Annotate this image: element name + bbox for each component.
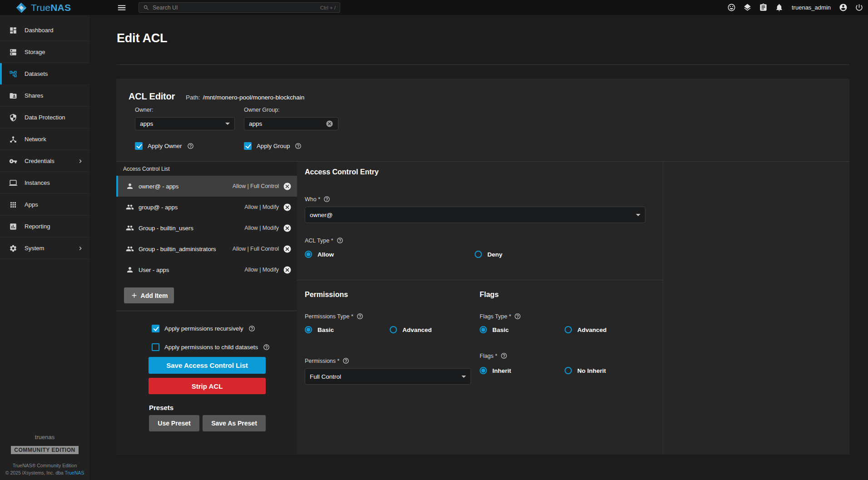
dashboard-icon: [9, 26, 17, 35]
flags-type-basic-radio[interactable]: Basic: [480, 326, 565, 333]
save-as-preset-button[interactable]: Save As Preset: [203, 415, 266, 431]
owner-group-field-group: Owner Group: apps Apply Group: [244, 107, 338, 150]
radio-unselected-icon: [390, 326, 397, 333]
acl-entry-row[interactable]: Group - builtin_users Allow | Modify: [116, 218, 297, 238]
acl-entry-row[interactable]: owner@ - apps Allow | Full Control: [116, 176, 297, 197]
acl-type-deny-radio[interactable]: Deny: [475, 251, 645, 258]
permissions-heading: Permissions: [305, 291, 348, 299]
who-select[interactable]: owner@: [305, 207, 645, 223]
search-input[interactable]: Search UI Ctrl + /: [139, 2, 340, 13]
help-icon[interactable]: [357, 313, 363, 320]
help-icon[interactable]: [248, 325, 255, 332]
permissions-select[interactable]: Full Control: [305, 368, 471, 385]
acl-entry-row[interactable]: User - apps Allow | Modify: [116, 259, 297, 280]
truenas-link[interactable]: TrueNAS: [64, 470, 84, 475]
person-icon: [126, 182, 134, 190]
feedback-button[interactable]: [727, 3, 736, 12]
sidebar-item-system[interactable]: System: [0, 238, 89, 259]
menu-toggle-button[interactable]: [117, 3, 127, 13]
flags-inherit-radio[interactable]: Inherit: [480, 367, 565, 374]
network-icon: [9, 135, 17, 144]
user-avatar-icon: [839, 3, 848, 12]
apply-to-children-checkbox[interactable]: Apply permissions to child datasets: [152, 343, 270, 351]
remove-entry-icon[interactable]: [283, 266, 292, 274]
permissions-type-advanced-radio[interactable]: Advanced: [390, 326, 475, 333]
chevron-down-icon: [461, 376, 466, 378]
flags-label: Flags *: [480, 352, 507, 359]
alerts-button[interactable]: [775, 3, 784, 12]
chevron-right-icon: [77, 245, 84, 252]
hostname: truenas: [35, 434, 55, 440]
apply-recursively-checkbox[interactable]: Apply permissions recursively: [152, 325, 255, 332]
save-acl-button[interactable]: Save Access Control List: [149, 357, 266, 374]
title-divider: [117, 64, 849, 65]
help-icon[interactable]: [323, 196, 330, 203]
remove-entry-icon[interactable]: [283, 182, 292, 191]
acl-type-allow-radio[interactable]: Allow: [305, 251, 475, 258]
sidebar-item-shares[interactable]: Shares: [0, 85, 89, 107]
sidebar-item-dashboard[interactable]: Dashboard: [0, 20, 89, 41]
strip-acl-button[interactable]: Strip ACL: [149, 378, 266, 394]
permissions-type-basic-radio[interactable]: Basic: [305, 326, 390, 333]
username[interactable]: truenas_admin: [792, 4, 831, 11]
help-icon[interactable]: [514, 313, 521, 320]
owner-select[interactable]: apps: [135, 117, 235, 130]
jobs-button[interactable]: [759, 3, 768, 12]
help-icon[interactable]: [263, 344, 270, 351]
sidebar-item-data-protection[interactable]: Data Protection: [0, 107, 89, 129]
sidebar-item-credentials[interactable]: Credentials: [0, 150, 89, 172]
truenas-logo[interactable]: TrueNAS: [0, 2, 89, 14]
account-button[interactable]: [839, 3, 848, 12]
acl-entries: owner@ - apps Allow | Full Control group…: [116, 176, 297, 280]
chevron-down-icon: [225, 123, 230, 125]
remove-entry-icon[interactable]: [283, 245, 292, 253]
sidebar-item-reporting[interactable]: Reporting: [0, 216, 89, 238]
acl-entry-row[interactable]: Group - builtin_administrators Allow | F…: [116, 238, 297, 259]
help-icon[interactable]: [337, 237, 343, 244]
flags-no-inherit-radio[interactable]: No Inherit: [565, 367, 650, 374]
radio-selected-icon: [480, 367, 487, 374]
acl-editor-header: ACL Editor Path:/mnt/monero-pool/monero-…: [116, 79, 849, 162]
panel-divider: [116, 311, 297, 311]
acl-entry-row[interactable]: group@ - apps Allow | Modify: [116, 197, 297, 218]
truecommand-button[interactable]: [743, 3, 752, 12]
datasets-icon: [9, 70, 17, 78]
radio-selected-icon: [480, 326, 487, 333]
remove-entry-icon[interactable]: [283, 203, 292, 212]
flags-type-label: Flags Type *: [480, 313, 521, 320]
apply-group-checkbox[interactable]: Apply Group: [244, 142, 338, 150]
help-icon[interactable]: [342, 357, 349, 364]
brand-text: TrueNAS: [31, 2, 71, 13]
sidebar-item-apps[interactable]: Apps: [0, 194, 89, 216]
apply-owner-checkbox[interactable]: Apply Owner: [135, 142, 235, 150]
who-label: Who *: [305, 196, 330, 203]
dataset-path: Path:/mnt/monero-pool/monero-blockchain: [186, 94, 304, 101]
clear-input-icon[interactable]: [326, 120, 333, 128]
checkbox-checked-icon: [135, 142, 143, 150]
flags-heading: Flags: [480, 291, 499, 299]
add-item-button[interactable]: Add Item: [124, 287, 174, 303]
help-icon[interactable]: [295, 143, 302, 149]
checkbox-checked-icon: [152, 325, 159, 332]
sidebar-item-storage[interactable]: Storage: [0, 41, 89, 63]
clipboard-icon: [759, 3, 768, 12]
truenas-gem-icon: [15, 2, 27, 14]
flags-type-advanced-radio[interactable]: Advanced: [565, 326, 650, 333]
sidebar-item-network[interactable]: Network: [0, 129, 89, 150]
edition-badge: COMMUNITY EDITION: [11, 446, 78, 454]
power-icon: [855, 3, 863, 12]
remove-entry-icon[interactable]: [283, 224, 292, 233]
storage-icon: [9, 48, 17, 56]
help-icon[interactable]: [501, 352, 507, 359]
acl-list-heading: Access Control List: [123, 166, 170, 172]
power-button[interactable]: [855, 3, 863, 12]
search-icon: [143, 5, 149, 11]
help-icon[interactable]: [187, 143, 194, 149]
use-preset-button[interactable]: Use Preset: [149, 415, 199, 431]
owner-group-input[interactable]: apps: [244, 117, 338, 130]
sidebar-item-instances[interactable]: Instances: [0, 172, 89, 194]
plus-icon: [130, 292, 138, 299]
owner-group-label: Owner Group:: [244, 107, 338, 113]
sidebar-item-datasets[interactable]: Datasets: [0, 63, 89, 85]
permissions-type-label: Permissions Type *: [305, 313, 363, 320]
